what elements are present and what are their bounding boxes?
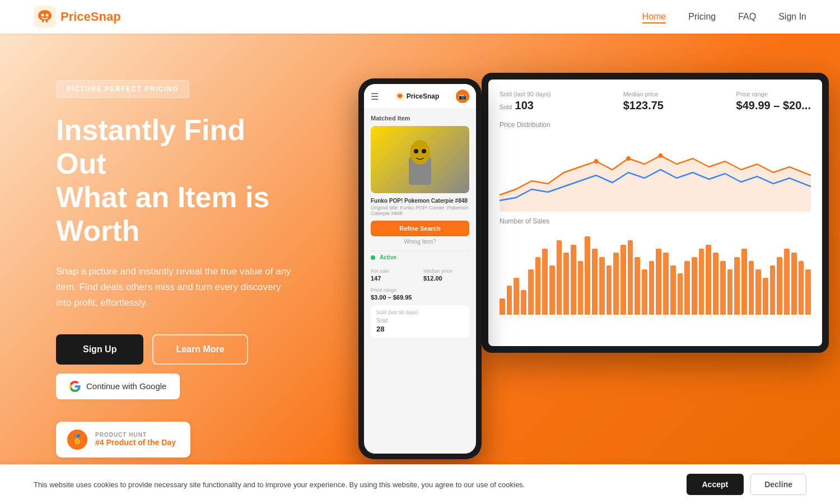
tablet-mockup: Sold (last 90 days) Sold 103 Median pric… (482, 73, 829, 353)
sold-label-phone: Sold (last 90 days) (376, 310, 464, 315)
item-image (371, 126, 469, 193)
wrong-item-link[interactable]: Wrong Item? (371, 239, 469, 245)
price-range-label: Price range (736, 91, 811, 97)
bar (770, 265, 776, 315)
hero-section: PICTURE PERFECT PRICING Instantly Find O… (0, 0, 840, 504)
signup-button[interactable]: Sign Up (56, 334, 143, 365)
product-hunt-badge[interactable]: 🏅 PRODUCT HUNT #4 Product of the Day (56, 422, 190, 458)
svg-point-11 (422, 149, 426, 153)
price-range-stat-phone: Price range $3.00 – $69.95 (371, 284, 469, 301)
bar (549, 265, 555, 315)
accept-button[interactable]: Accept (687, 474, 744, 495)
refine-search-button[interactable]: Refine Search (371, 221, 469, 236)
bar (656, 249, 661, 315)
bar (699, 249, 704, 315)
google-icon (69, 381, 81, 392)
bar (727, 269, 733, 315)
bar (528, 269, 534, 315)
price-distribution-chart (500, 133, 811, 217)
bar (692, 257, 697, 315)
nav-home[interactable]: Home (642, 12, 666, 24)
item-name: Funko POP! Pokemon Caterpie #848 (371, 198, 469, 204)
median-price-val-phone: $12.00 (423, 275, 469, 282)
bar (599, 257, 605, 315)
active-label: Active (380, 254, 396, 260)
bar (678, 273, 683, 315)
bar (507, 286, 512, 315)
bar (663, 253, 669, 315)
bar (649, 261, 655, 315)
hero-content: PICTURE PERFECT PRICING Instantly Find O… (0, 46, 325, 491)
price-range-val: $49.99 – $20... (736, 99, 811, 112)
logo-icon (34, 6, 56, 28)
tablet-screen: Sold (last 90 days) Sold 103 Median pric… (488, 80, 822, 346)
phone-logo-icon (395, 92, 404, 101)
price-range-label-phone: Price range (371, 287, 396, 293)
svg-point-6 (626, 156, 631, 161)
svg-marker-3 (500, 156, 811, 212)
bar (521, 290, 526, 315)
bar (741, 249, 747, 315)
num-sales-title: Number of Sales (500, 217, 811, 225)
matched-label: Matched Item (371, 115, 469, 122)
nav-links: Home Pricing FAQ Sign In (642, 12, 806, 22)
hero-title: Instantly Find Out What an Item is Worth (56, 114, 291, 248)
sales-bar-chart (500, 236, 811, 315)
nav-faq[interactable]: FAQ (738, 12, 756, 21)
logo[interactable]: PriceSnap (34, 6, 121, 28)
ph-title: #4 Product of the Day (95, 438, 176, 447)
bar (763, 278, 768, 315)
cookie-banner: This website uses cookies to provide nec… (0, 464, 840, 504)
sold-header-label: Sold (last 90 days) (500, 91, 550, 97)
svg-point-10 (414, 149, 418, 153)
active-dot-icon (371, 255, 375, 260)
bar (620, 245, 626, 315)
learn-more-button[interactable]: Learn More (152, 334, 248, 365)
camera-icon[interactable]: 📷 (456, 90, 469, 103)
bar (670, 265, 676, 315)
sold-stat: Sold (last 90 days) Sold 103 (500, 91, 550, 112)
hero-subtitle: Snap a picture and instantly reveal the … (56, 264, 291, 311)
ph-medal-icon: 🏅 (67, 430, 87, 450)
phone-mockup: ☰ PriceSnap 📷 Matched Item (358, 78, 482, 459)
cta-buttons: Sign Up Learn More (56, 334, 291, 365)
sold-count: Sold 103 (500, 99, 550, 112)
phone-content: Matched Item Funko POP! Pokemon Caterpie… (364, 109, 476, 343)
cookie-text: This website uses cookies to provide nec… (34, 480, 525, 489)
phone-app-logo: PriceSnap (395, 92, 440, 101)
nav-pricing[interactable]: Pricing (688, 12, 716, 21)
logo-text: PriceSnap (60, 10, 121, 24)
bar (606, 265, 612, 315)
bar (557, 240, 562, 315)
bar (684, 261, 690, 315)
divider (371, 250, 469, 251)
hero-badge: PICTURE PERFECT PRICING (56, 80, 189, 98)
bar (749, 261, 754, 315)
ph-eyebrow: PRODUCT HUNT (95, 432, 176, 438)
median-price-val: $123.75 (623, 99, 664, 112)
phone-logo-text: PriceSnap (407, 92, 440, 100)
phone-screen: ☰ PriceSnap 📷 Matched Item (364, 84, 476, 454)
for-sale-val: 147 (371, 275, 417, 282)
hero-images: Sold (last 90 days) Sold 103 Median pric… (325, 34, 840, 504)
bar (755, 269, 761, 315)
bar (585, 236, 590, 315)
bar (563, 253, 569, 315)
bar (571, 245, 576, 315)
bar (613, 253, 619, 315)
sold-section-phone: Sold (last 90 days) Sold 28 (371, 305, 469, 338)
bar (592, 249, 598, 315)
navbar: PriceSnap Home Pricing FAQ Sign In (0, 0, 840, 34)
median-price-label: Median price (623, 91, 664, 97)
for-sale-label: For sale (371, 268, 389, 274)
google-signin-label: Continue with Google (86, 381, 166, 391)
google-signin-button[interactable]: Continue with Google (56, 374, 180, 399)
svg-point-9 (410, 140, 430, 165)
decline-button[interactable]: Decline (750, 474, 806, 495)
bar (805, 269, 811, 315)
nav-signin[interactable]: Sign In (778, 12, 806, 21)
bar (791, 253, 797, 315)
bar (634, 257, 640, 315)
bar (777, 257, 782, 315)
bar (578, 261, 584, 315)
